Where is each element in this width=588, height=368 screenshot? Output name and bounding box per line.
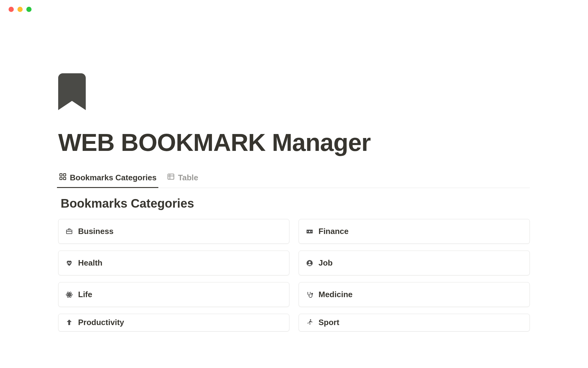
page-content: WEB BOOKMARK Manager Bookmarks Categorie…: [0, 12, 588, 332]
briefcase-icon: [65, 228, 73, 236]
tab-table[interactable]: Table: [166, 170, 199, 188]
tab-bookmarks-categories[interactable]: Bookmarks Categories: [58, 170, 157, 188]
category-card-job[interactable]: Job: [299, 251, 530, 275]
svg-rect-3: [63, 177, 66, 180]
tab-label: Table: [178, 173, 198, 182]
heartbeat-icon: [65, 259, 73, 267]
close-window-button[interactable]: [9, 7, 14, 12]
category-card-business[interactable]: Business: [58, 219, 289, 244]
section-title: Bookmarks Categories: [58, 197, 530, 210]
category-label: Business: [78, 227, 114, 236]
category-label: Health: [78, 258, 102, 268]
category-label: Job: [318, 258, 333, 268]
svg-point-17: [311, 293, 313, 294]
atom-icon: [65, 291, 73, 299]
category-card-medicine[interactable]: Medicine: [299, 282, 530, 307]
svg-point-16: [69, 294, 70, 295]
minimize-window-button[interactable]: [17, 7, 23, 12]
category-gallery: Business Finance Health Job Life: [58, 219, 530, 332]
svg-rect-2: [60, 177, 62, 180]
table-icon: [167, 173, 175, 183]
arrow-up-icon: [65, 318, 73, 326]
view-tabs: Bookmarks Categories Table: [58, 170, 530, 188]
stethoscope-icon: [306, 291, 314, 299]
category-card-health[interactable]: Health: [58, 251, 289, 275]
category-card-life[interactable]: Life: [58, 282, 289, 307]
svg-point-12: [309, 261, 311, 263]
bookmark-icon: [58, 73, 530, 110]
page-title: WEB BOOKMARK Manager: [58, 128, 530, 157]
category-label: Productivity: [78, 318, 124, 327]
svg-rect-4: [168, 174, 174, 179]
run-icon: [306, 318, 314, 326]
category-card-finance[interactable]: Finance: [299, 219, 530, 244]
category-card-sport[interactable]: Sport: [299, 314, 530, 332]
svg-rect-10: [311, 231, 312, 232]
maximize-window-button[interactable]: [26, 7, 32, 12]
svg-rect-1: [63, 174, 66, 176]
category-label: Life: [78, 290, 92, 299]
category-label: Sport: [318, 318, 339, 327]
svg-point-8: [309, 231, 310, 232]
svg-point-18: [310, 319, 311, 320]
user-circle-icon: [306, 259, 314, 267]
svg-rect-0: [60, 174, 62, 176]
gallery-icon: [59, 173, 67, 183]
banknote-icon: [306, 228, 314, 236]
category-card-productivity[interactable]: Productivity: [58, 314, 289, 332]
svg-rect-9: [307, 231, 308, 232]
window-traffic-lights: [0, 0, 588, 12]
category-label: Finance: [318, 227, 349, 236]
category-label: Medicine: [318, 290, 352, 299]
tab-label: Bookmarks Categories: [70, 173, 156, 182]
